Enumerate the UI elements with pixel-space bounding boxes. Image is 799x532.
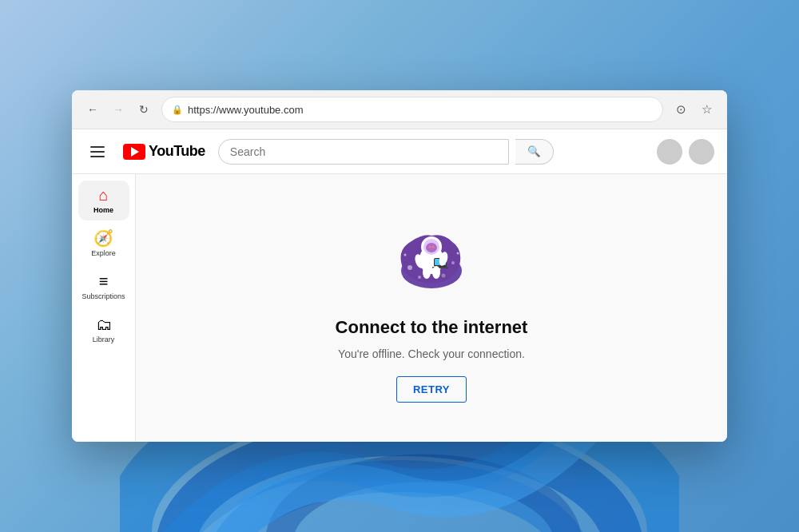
sidebar-label-library: Library	[93, 335, 115, 343]
address-bar[interactable]: 🔒 https://www.youtube.com	[161, 97, 663, 122]
back-icon: ←	[87, 103, 98, 116]
youtube-app: YouTube 🔍 ⌂ Home 🧭	[72, 129, 727, 442]
avatar-2[interactable]	[689, 139, 714, 165]
search-container: 🔍	[218, 139, 554, 165]
search-button[interactable]: 🔍	[515, 139, 554, 165]
hamburger-icon	[90, 146, 105, 148]
svg-point-2	[224, 476, 575, 532]
extensions-icon: ⊙	[676, 102, 686, 117]
refresh-icon: ↻	[139, 103, 149, 116]
main-content: Connect to the internet You're offline. …	[136, 174, 727, 442]
youtube-header: YouTube 🔍	[72, 129, 727, 174]
svg-point-22	[404, 254, 407, 256]
star-icon: ☆	[702, 102, 712, 117]
svg-point-13	[429, 246, 431, 248]
lock-icon: 🔒	[172, 105, 183, 115]
astronaut-illustration	[388, 213, 475, 301]
menu-button[interactable]	[85, 139, 110, 165]
svg-point-7	[418, 276, 421, 279]
refresh-button[interactable]: ↻	[133, 98, 155, 121]
header-actions	[657, 139, 714, 165]
svg-point-1	[176, 436, 623, 532]
search-input[interactable]	[218, 139, 509, 165]
sidebar-label-subscriptions: Subscriptions	[81, 292, 125, 300]
sidebar-item-subscriptions[interactable]: ≡ Subscriptions	[78, 267, 129, 307]
svg-point-3	[280, 468, 567, 532]
browser-toolbar: ← → ↻ 🔒 https://www.youtube.com ⊙ ☆	[72, 90, 727, 129]
hamburger-icon	[90, 156, 105, 157]
youtube-logo[interactable]: YouTube	[123, 143, 205, 160]
url-text: https://www.youtube.com	[188, 104, 653, 116]
svg-point-23	[457, 252, 459, 255]
offline-container: Connect to the internet You're offline. …	[304, 181, 560, 435]
extensions-button[interactable]: ⊙	[670, 98, 692, 121]
youtube-sidebar: ⌂ Home 🧭 Explore ≡ Subscriptions 🗂 Libra…	[72, 174, 136, 442]
back-button[interactable]: ←	[81, 98, 104, 121]
forward-button[interactable]: →	[107, 98, 129, 121]
nav-buttons: ← → ↻	[81, 98, 155, 121]
subscriptions-icon: ≡	[99, 273, 109, 289]
avatar-1[interactable]	[657, 139, 682, 165]
svg-point-6	[451, 261, 455, 264]
svg-point-8	[442, 274, 446, 278]
svg-point-5	[407, 265, 412, 270]
svg-point-14	[432, 246, 435, 248]
svg-point-12	[426, 243, 437, 252]
retry-button[interactable]: RETRY	[396, 376, 467, 403]
toolbar-actions: ⊙ ☆	[670, 98, 718, 121]
hamburger-icon	[90, 151, 105, 153]
sidebar-label-home: Home	[93, 206, 113, 214]
search-icon: 🔍	[527, 145, 541, 157]
offline-subtitle: You're offline. Check your connection.	[338, 347, 525, 360]
youtube-logo-text: YouTube	[149, 143, 205, 160]
sidebar-item-library[interactable]: 🗂 Library	[78, 310, 129, 350]
home-icon: ⌂	[98, 187, 108, 203]
browser-window: ← → ↻ 🔒 https://www.youtube.com ⊙ ☆	[72, 90, 727, 442]
forward-icon: →	[113, 103, 124, 116]
svg-point-21	[432, 266, 440, 279]
svg-point-24	[399, 260, 400, 262]
library-icon: 🗂	[96, 316, 112, 332]
sidebar-item-home[interactable]: ⌂ Home	[78, 181, 129, 220]
sidebar-label-explore: Explore	[91, 249, 116, 257]
explore-icon: 🧭	[93, 230, 113, 246]
svg-point-20	[423, 266, 431, 279]
youtube-body: ⌂ Home 🧭 Explore ≡ Subscriptions 🗂 Libra…	[72, 174, 727, 442]
sidebar-item-explore[interactable]: 🧭 Explore	[78, 224, 129, 264]
offline-title: Connect to the internet	[336, 317, 528, 338]
youtube-logo-icon	[123, 144, 145, 160]
favorites-button[interactable]: ☆	[695, 98, 718, 121]
